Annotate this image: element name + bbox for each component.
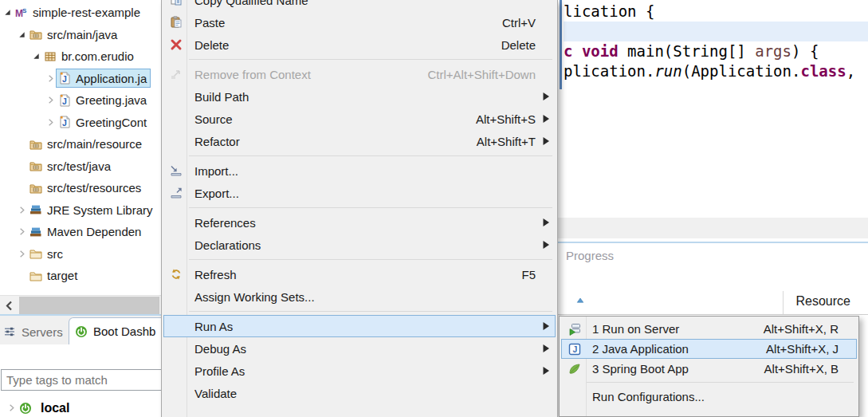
tab-servers[interactable]: Servers <box>3 322 63 341</box>
tree-item-src[interactable]: src <box>0 243 161 266</box>
tree-item-label: Maven Dependen <box>47 225 141 238</box>
submenu-arrow-icon <box>542 344 550 353</box>
chevron-right-icon[interactable] <box>45 96 56 104</box>
explorer-horizontal-scrollbar[interactable] <box>0 295 161 315</box>
export-icon <box>167 187 185 199</box>
tab-progress[interactable]: Progress <box>566 249 614 262</box>
tree-item-core[interactable]: target <box>27 266 81 285</box>
menu-item-shortcut: Alt+Shift+X, R <box>764 322 839 336</box>
code-token: main(String[] <box>619 42 756 60</box>
menu-item-refresh[interactable]: RefreshF5 <box>163 263 556 285</box>
menu-item-1-run-on-server[interactable]: 1 Run on ServerAlt+Shift+X, R <box>561 319 857 339</box>
chevron-right-icon[interactable] <box>6 403 17 412</box>
menu-item-debug-as[interactable]: Debug As <box>163 337 556 360</box>
menu-item-label: Source <box>194 112 233 126</box>
scrollbar-thumb[interactable] <box>19 297 159 314</box>
tree-item-core[interactable]: Maven Dependen <box>27 222 145 242</box>
menu-item-copy-qualified-name[interactable]: Copy Qualified Name <box>163 0 556 11</box>
menu-item-import[interactable]: Import... <box>163 159 556 182</box>
menu-item-build-path[interactable]: Build Path <box>163 85 556 108</box>
menu-item-shortcut: Alt+Shift+X, J <box>766 342 839 356</box>
chevron-right-icon[interactable] <box>17 227 27 236</box>
tree-item-src-main-resource[interactable]: src/main/resource <box>0 133 161 155</box>
menu-item-source[interactable]: SourceAlt+Shift+S <box>163 108 556 130</box>
menu-item-refactor[interactable]: RefactorAlt+Shift+T <box>163 130 556 152</box>
chevron-right-icon[interactable] <box>17 206 27 214</box>
svg-text:J: J <box>62 96 67 105</box>
menu-item-declarations[interactable]: Declarations <box>163 234 556 256</box>
tag-filter-input[interactable] <box>1 369 163 391</box>
code-editor[interactable]: lication {c void main(String[] args) {pl… <box>558 0 868 218</box>
menu-item-export[interactable]: Export... <box>163 182 556 204</box>
source-folder-icon <box>29 138 43 151</box>
code-token: args <box>755 42 791 60</box>
chevron-right-icon[interactable] <box>17 250 27 258</box>
expand-open-icon[interactable] <box>2 8 13 17</box>
tree-item-core[interactable]: JRE System Library <box>27 200 157 219</box>
tree-item-core[interactable]: br.com.erudio <box>41 47 138 66</box>
menu-item-validate[interactable]: Validate <box>163 382 556 404</box>
tree-item-core[interactable]: src <box>27 244 67 263</box>
tree-item-src-main-java[interactable]: src/main/java <box>0 24 161 46</box>
tree-item-core[interactable]: JGreetingCont <box>56 112 151 132</box>
menu-item-paste[interactable]: PasteCtrl+V <box>163 11 556 33</box>
boot-dashboard-item-local[interactable]: local <box>0 397 69 417</box>
tree-item-core[interactable]: src/test/java <box>27 156 115 175</box>
menu-item-label: Validate <box>194 387 237 400</box>
submenu-arrow-icon <box>542 218 550 227</box>
scroll-left-button[interactable] <box>0 296 18 315</box>
menu-item-run-configurations[interactable]: Run Configurations... <box>561 386 857 407</box>
menu-separator <box>163 308 556 315</box>
expand-open-icon[interactable] <box>17 30 27 39</box>
delete-icon <box>167 38 185 51</box>
tree-item-br-com-erudio[interactable]: br.com.erudio <box>0 45 161 68</box>
menu-item-references[interactable]: References <box>163 211 556 234</box>
tab-label: Servers <box>22 325 63 339</box>
tree-item-src-test-java[interactable]: src/test/java <box>0 155 161 178</box>
tree-item-core[interactable]: src/main/java <box>27 25 121 44</box>
code-token: c void <box>564 42 619 60</box>
tab-boot-dashboard[interactable]: Boot Dashb <box>69 317 174 344</box>
column-header-resource[interactable]: Resource <box>796 294 850 309</box>
menu-item-label: Export... <box>194 187 239 200</box>
tree-item-label: Greeting.java <box>76 93 147 107</box>
chevron-right-icon[interactable] <box>45 74 56 83</box>
chevron-right-icon[interactable] <box>45 118 56 127</box>
menu-item-run-as[interactable]: Run As <box>163 315 556 337</box>
folder-icon <box>29 247 43 260</box>
tree-item-core[interactable]: src/test/resources <box>27 179 145 198</box>
menu-item-remove-from-context[interactable]: Remove from ContextCtrl+Alt+Shift+Down <box>163 63 556 85</box>
tree-item-core[interactable]: MSsimple-rest-example <box>13 3 144 22</box>
tree-item-target[interactable]: target <box>0 265 161 287</box>
menu-item-profile-as[interactable]: Profile As <box>163 360 556 382</box>
source-folder-icon <box>29 182 43 195</box>
menu-item-assign-working-sets[interactable]: Assign Working Sets... <box>163 285 556 308</box>
tree-item-jre-system-library[interactable]: JRE System Library <box>0 199 161 222</box>
tree-item-src-test-resources[interactable]: src/test/resources <box>0 177 161 199</box>
menu-item-3-spring-boot-app[interactable]: 3 Spring Boot AppAlt+Shift+X, B <box>561 359 857 379</box>
column-divider[interactable] <box>783 291 784 314</box>
tree-item-greetingcont[interactable]: JGreetingCont <box>0 112 161 134</box>
code-line: lication { <box>564 2 868 22</box>
bottom-left-view-stack: Servers Boot Dashb local <box>0 316 161 417</box>
menu-item-delete[interactable]: DeleteDelete <box>163 33 556 56</box>
tree-item-application-ja[interactable]: JApplication.ja <box>0 68 161 90</box>
copy-qualified-name-icon <box>167 0 185 6</box>
sort-ascending-icon[interactable] <box>575 294 585 308</box>
expand-open-icon[interactable] <box>31 52 41 61</box>
tree-item-greeting-java[interactable]: JGreeting.java <box>0 89 161 112</box>
tree-item-core[interactable]: src/main/resource <box>27 135 146 154</box>
package-explorer-tree: MSsimple-rest-examplesrc/main/javabr.com… <box>0 2 161 293</box>
menu-item-label: Profile As <box>194 364 245 378</box>
menu-item-2-java-application[interactable]: J2 Java ApplicationAlt+Shift+X, J <box>561 339 857 359</box>
menu-item-label: 2 Java Application <box>592 342 689 356</box>
java-file-icon: J <box>58 72 72 85</box>
code-token: run <box>654 62 681 80</box>
svg-text:J: J <box>573 344 578 354</box>
tree-item-core[interactable]: JApplication.ja <box>56 69 151 88</box>
tree-item-core[interactable]: JGreeting.java <box>56 91 151 110</box>
tree-item-maven-dependen[interactable]: Maven Dependen <box>0 221 161 243</box>
code-line: c void main(String[] args) { <box>564 41 868 61</box>
menu-item-label: Run Configurations... <box>592 390 705 403</box>
tree-item-simple-rest-example[interactable]: MSsimple-rest-example <box>0 2 161 24</box>
